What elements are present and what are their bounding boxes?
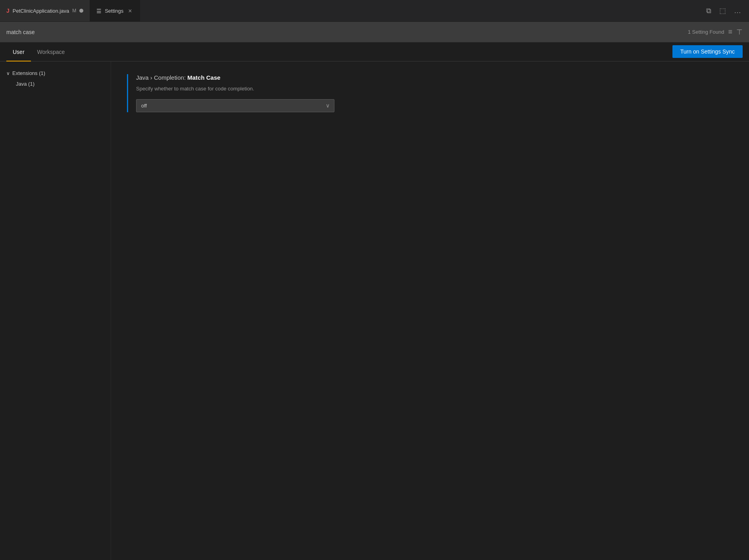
settings-tab-icon: ☰ <box>96 8 102 14</box>
setting-breadcrumb: Java › Completion: <box>136 74 186 81</box>
setting-section-match-case: Java › Completion: Match Case Specify wh… <box>127 74 733 112</box>
settings-tab-close[interactable]: × <box>127 7 133 15</box>
tab-bar-left: J PetClinicApplication.java M ☰ Settings… <box>0 0 140 21</box>
tab-workspace-label: Workspace <box>37 49 65 55</box>
java-tab-label: PetClinicApplication.java <box>13 8 69 14</box>
chevron-down-icon: ∨ <box>6 71 10 76</box>
tab-bar-right: ⧉ ⬚ … <box>705 5 749 17</box>
tab-java-file[interactable]: J PetClinicApplication.java M <box>0 0 90 21</box>
setting-select-wrapper: off on firstLetter ∨ <box>136 99 334 112</box>
sidebar-item-extensions[interactable]: ∨ Extensions (1) <box>0 68 111 79</box>
clear-filter-icon[interactable]: ≡ <box>728 28 732 36</box>
main-content: ∨ Extensions (1) Java (1) Java › Complet… <box>0 61 749 560</box>
setting-title-bold: Match Case <box>187 74 220 81</box>
sidebar-item-java[interactable]: Java (1) <box>0 79 111 89</box>
settings-tab-label: Settings <box>105 8 123 14</box>
filter-icon[interactable]: ⊤ <box>736 28 743 36</box>
tab-user-label: User <box>13 49 25 55</box>
sidebar: ∨ Extensions (1) Java (1) <box>0 61 111 560</box>
setting-description: Specify whether to match case for code c… <box>136 85 733 93</box>
more-actions-icon[interactable]: … <box>732 5 743 17</box>
sidebar-java-label: Java (1) <box>16 81 35 87</box>
search-input[interactable] <box>6 22 688 42</box>
settings-tabs-row: User Workspace Turn on Settings Sync <box>0 42 749 61</box>
toggle-layout-icon[interactable]: ⬚ <box>718 5 728 17</box>
sidebar-extensions-section: ∨ Extensions (1) Java (1) <box>0 68 111 89</box>
tab-workspace[interactable]: Workspace <box>31 43 71 61</box>
java-tab-modifier: M <box>72 8 76 13</box>
tab-settings[interactable]: ☰ Settings × <box>90 0 140 21</box>
match-case-select[interactable]: off on firstLetter <box>136 99 334 112</box>
tab-user[interactable]: User <box>6 43 31 61</box>
setting-title: Java › Completion: Match Case <box>136 74 733 81</box>
tab-bar: J PetClinicApplication.java M ☰ Settings… <box>0 0 749 22</box>
java-tab-modified-dot <box>79 9 83 13</box>
search-bar: 1 Setting Found ≡ ⊤ <box>0 22 749 42</box>
content-area: Java › Completion: Match Case Specify wh… <box>111 61 749 560</box>
settings-tabs-left: User Workspace <box>6 42 71 61</box>
sync-button[interactable]: Turn on Settings Sync <box>672 45 743 58</box>
search-result-info: 1 Setting Found ≡ ⊤ <box>688 28 743 36</box>
sidebar-extensions-label: Extensions (1) <box>12 70 45 76</box>
java-icon: J <box>6 8 10 14</box>
result-count-text: 1 Setting Found <box>688 29 724 35</box>
split-editor-icon[interactable]: ⧉ <box>705 5 713 17</box>
